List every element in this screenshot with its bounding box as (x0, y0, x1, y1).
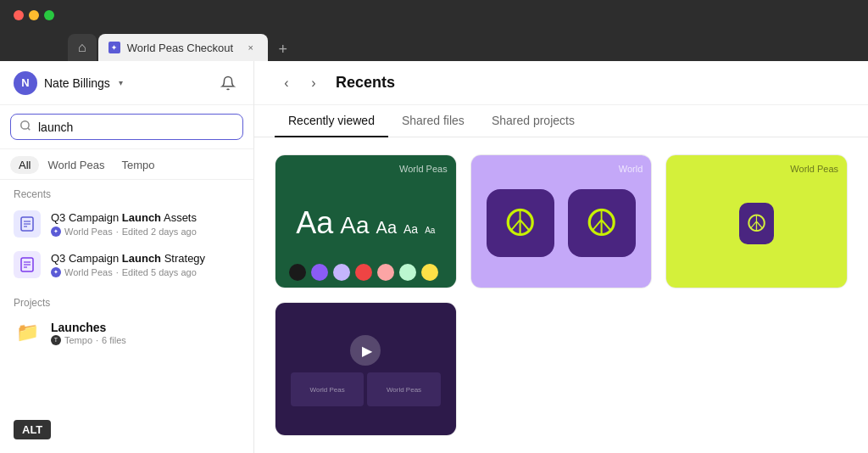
sidebar-header: N Nate Billings ▾ (0, 61, 253, 105)
folder-icon: 📁 (14, 319, 41, 346)
card-yellow[interactable]: World Peas ☮ (665, 154, 848, 288)
avatar: N (14, 71, 37, 95)
search-result-2[interactable]: Q3 Campaign Launch Strategy ✦ World Peas… (0, 244, 253, 285)
alt-badge: ALT (14, 420, 51, 439)
color-swatches (289, 264, 438, 281)
video-thumb-1: World Peas (291, 372, 364, 406)
tab-favicon: ✦ (108, 42, 120, 53)
result-meta-1: ✦ World Peas · Edited 2 days ago (51, 226, 240, 237)
result-meta-2: ✦ World Peas · Edited 5 days ago (51, 267, 240, 277)
browser-chrome: ⌂ ✦ World Peas Checkout × + (0, 0, 868, 61)
search-result-1[interactable]: Q3 Campaign Launch Assets ✦ World Peas ·… (0, 204, 253, 244)
file-icon-1 (14, 210, 41, 238)
swatch-black (289, 264, 306, 281)
yellow-card-icon: ☮ (739, 203, 774, 244)
tab-shared-files[interactable]: Shared files (388, 105, 478, 137)
user-info[interactable]: N Nate Billings ▾ (14, 71, 123, 95)
project-name: Launches (51, 321, 240, 334)
traffic-lights (14, 10, 54, 20)
swatch-purple (311, 264, 328, 281)
result-title-2: Q3 Campaign Launch Strategy (51, 252, 240, 266)
typo-lg: Aa (340, 212, 369, 239)
home-icon: ⌂ (78, 40, 86, 55)
tab-shared-projects[interactable]: Shared projects (478, 105, 588, 137)
minimize-button[interactable] (29, 10, 39, 20)
swatch-light-purple (333, 264, 350, 281)
tab-recently-viewed[interactable]: Recently viewed (275, 105, 388, 137)
world-peas-label-2: World (619, 164, 643, 174)
nav-back-button[interactable]: ‹ (275, 71, 298, 95)
filter-tempo[interactable]: Tempo (113, 156, 163, 174)
recents-label: Recents (0, 180, 253, 204)
project-content: Launches T Tempo · 6 files (51, 321, 240, 345)
project-files-count: 6 files (102, 335, 126, 345)
typo-sm: Aa (403, 222, 418, 236)
home-tab[interactable]: ⌂ (68, 34, 97, 61)
filter-world-peas[interactable]: World Peas (39, 156, 113, 174)
card-thumbnail-1: World Peas Aa Aa Aa Aa Aa (275, 155, 456, 288)
maximize-button[interactable] (44, 10, 54, 20)
chevron-down-icon: ▾ (119, 78, 123, 87)
result-content-1: Q3 Campaign Launch Assets ✦ World Peas ·… (51, 211, 240, 238)
title-bar (0, 0, 868, 31)
play-button: ▶ (350, 335, 381, 366)
card-thumbnail-4: ▶ World Peas World Peas (275, 303, 456, 436)
filter-all[interactable]: All (10, 156, 39, 174)
nav-arrows: ‹ › (275, 71, 326, 95)
result-title-1: Q3 Campaign Launch Assets (51, 211, 240, 226)
page-title: Recents (336, 74, 395, 92)
search-icon (19, 120, 31, 134)
search-box (0, 105, 253, 149)
typo-xs: Aa (425, 226, 435, 235)
tab-bar: ⌂ ✦ World Peas Checkout × + (0, 31, 868, 61)
typo-xl: Aa (296, 205, 333, 241)
world-peas-label-1: World Peas (399, 164, 448, 174)
peace-symbol-1: ☮ (504, 204, 537, 242)
card-thumbnail-2: World ☮ ☮ (471, 155, 652, 288)
active-browser-tab[interactable]: ✦ World Peas Checkout × (98, 34, 268, 61)
card-app-icon[interactable]: World ☮ ☮ World Peas App Icon Edited 1 d… (470, 154, 653, 288)
svg-point-0 (21, 121, 29, 129)
video-thumbnails: World Peas World Peas (284, 372, 448, 406)
swatch-red (355, 264, 372, 281)
tab-close-button[interactable]: × (244, 41, 258, 54)
project-workspace-icon: T (51, 335, 61, 345)
project-meta: T Tempo · 6 files (51, 335, 240, 345)
new-tab-button[interactable]: + (271, 37, 295, 61)
result-workspace-1: World Peas (64, 226, 113, 237)
close-button[interactable] (14, 10, 24, 20)
notification-button[interactable] (216, 71, 240, 95)
search-filters: All World Peas Tempo (0, 149, 253, 180)
main-content: ‹ › Recents Recently viewed Shared files… (254, 61, 868, 453)
video-content: ▶ World Peas World Peas (275, 327, 456, 415)
workspace-icon-1: ✦ (51, 226, 61, 237)
peace-symbol-yellow: ☮ (746, 210, 767, 237)
cards-grid: World Peas Aa Aa Aa Aa Aa (254, 137, 868, 453)
main-header: ‹ › Recents (254, 61, 868, 105)
file-icon-2 (14, 251, 41, 278)
nav-forward-button[interactable]: › (302, 71, 326, 95)
tabs-bar: Recently viewed Shared files Shared proj… (254, 105, 868, 137)
tab-title: World Peas Checkout (127, 42, 237, 54)
result-workspace-2: World Peas (64, 267, 113, 277)
projects-section: Projects 📁 Launches T Tempo · 6 files (0, 288, 253, 353)
swatch-light-red (377, 264, 394, 281)
swatch-green (399, 264, 416, 281)
swatch-yellow (421, 264, 438, 281)
peace-icon-2: ☮ (568, 189, 636, 257)
search-input[interactable] (38, 120, 234, 134)
dropdown-content: Recents Q3 Campaign Launch Assets (0, 180, 253, 453)
username: Nate Billings (44, 76, 110, 90)
sidebar: N Nate Billings ▾ (0, 61, 254, 453)
result-content-2: Q3 Campaign Launch Strategy ✦ World Peas… (51, 252, 240, 278)
project-item-launches[interactable]: 📁 Launches T Tempo · 6 files (0, 312, 253, 353)
typography-preview: Aa Aa Aa Aa Aa (279, 188, 452, 258)
card-scale-sketches[interactable]: World Peas Aa Aa Aa Aa Aa (275, 154, 457, 288)
card-video[interactable]: ▶ World Peas World Peas (275, 302, 457, 436)
search-input-wrapper (10, 114, 243, 140)
app-container: N Nate Billings ▾ (0, 61, 868, 453)
project-workspace: Tempo (64, 335, 92, 345)
workspace-icon-2: ✦ (51, 267, 61, 277)
peace-icon-1: ☮ (487, 189, 554, 257)
world-peas-label-3: World Peas (790, 164, 838, 174)
